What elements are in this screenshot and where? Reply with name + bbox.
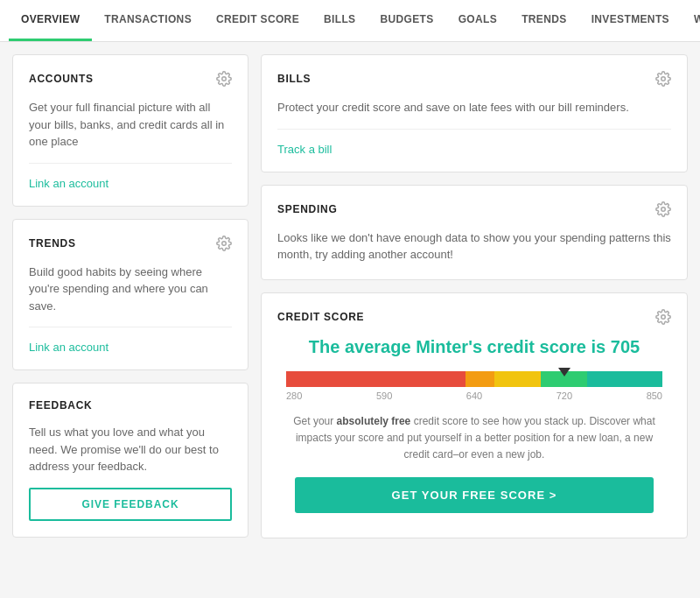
- bar-segment-yellow: [494, 371, 541, 387]
- score-bar: [286, 371, 662, 387]
- bills-link[interactable]: Track a bill: [277, 143, 332, 156]
- accounts-gear-icon[interactable]: [216, 71, 232, 87]
- feedback-card: FEEDBACK Tell us what you love and what …: [12, 383, 248, 538]
- credit-score-title: CREDIT SCORE: [277, 311, 364, 323]
- svg-point-0: [222, 77, 227, 81]
- feedback-title: FEEDBACK: [29, 399, 92, 412]
- nav-item-trends[interactable]: TRENDS: [509, 0, 579, 41]
- credit-desc-pre: Get your: [293, 415, 333, 427]
- spending-card: SPENDING Looks like we don't have enough…: [261, 185, 688, 280]
- score-label-850: 850: [647, 390, 662, 401]
- trends-gear-icon[interactable]: [216, 236, 232, 251]
- score-label-720: 720: [556, 390, 572, 401]
- bills-card: BILLS Protect your credit score and save…: [261, 54, 688, 172]
- credit-score-headline: The average Minter's credit score is 705: [277, 337, 671, 357]
- credit-score-card-header: CREDIT SCORE: [277, 309, 671, 325]
- accounts-title: ACCOUNTS: [29, 73, 94, 85]
- nav-item-investments[interactable]: INVESTMENTS: [579, 0, 682, 41]
- credit-score-card: CREDIT SCORE The average Minter's credit…: [261, 292, 688, 539]
- accounts-divider: [29, 163, 232, 164]
- right-column: BILLS Protect your credit score and save…: [261, 54, 688, 538]
- trends-title: TRENDS: [29, 237, 76, 250]
- nav-item-bills[interactable]: BILLS: [312, 0, 368, 41]
- main-content: ACCOUNTS Get your full financial picture…: [0, 42, 700, 551]
- spending-card-header: SPENDING: [277, 201, 671, 217]
- svg-point-2: [662, 77, 666, 81]
- svg-point-1: [222, 241, 227, 245]
- spending-body: Looks like we don't have enough data to …: [277, 229, 671, 264]
- spending-gear-icon[interactable]: [655, 201, 671, 217]
- nav-item-goals[interactable]: GOALS: [446, 0, 509, 41]
- nav-bar: OVERVIEW TRANSACTIONS CREDIT SCORE BILLS…: [0, 0, 700, 42]
- trends-divider: [29, 327, 232, 327]
- score-label-590: 590: [376, 390, 392, 401]
- left-column: ACCOUNTS Get your full financial picture…: [12, 54, 248, 538]
- bills-body: Protect your credit score and save on la…: [277, 99, 671, 116]
- accounts-card: ACCOUNTS Get your full financial picture…: [12, 54, 248, 207]
- svg-point-3: [662, 207, 666, 211]
- accounts-card-header: ACCOUNTS: [29, 71, 232, 87]
- bills-gear-icon[interactable]: [655, 71, 671, 87]
- bills-title: BILLS: [277, 73, 311, 85]
- nav-item-budgets[interactable]: BUDGETS: [368, 0, 445, 41]
- feedback-body: Tell us what you love and what you need.…: [29, 424, 232, 475]
- score-label-280: 280: [286, 390, 302, 401]
- credit-score-gear-icon[interactable]: [655, 309, 671, 325]
- feedback-card-header: FEEDBACK: [29, 399, 232, 412]
- bills-card-header: BILLS: [277, 71, 671, 87]
- nav-item-credit-score[interactable]: CREDIT SCORE: [204, 0, 312, 41]
- nav-item-ways-to-save[interactable]: WAYS TO SAVE: [682, 0, 700, 41]
- credit-score-headline-pre: The average Minter's credit score is: [309, 337, 606, 356]
- give-feedback-button[interactable]: GIVE FEEDBACK: [29, 488, 232, 521]
- bar-segment-teal: [587, 371, 662, 387]
- credit-score-value: 705: [611, 337, 640, 356]
- trends-body: Build good habits by seeing where you're…: [29, 264, 232, 315]
- bills-divider: [277, 129, 671, 130]
- accounts-link[interactable]: Link an account: [29, 177, 108, 190]
- trends-card-header: TRENDS: [29, 236, 232, 251]
- nav-item-overview[interactable]: OVERVIEW: [9, 0, 92, 41]
- score-notch: [558, 368, 570, 376]
- nav-item-transactions[interactable]: TRANSACTIONS: [92, 0, 204, 41]
- trends-link[interactable]: Link an account: [29, 341, 108, 354]
- bar-segment-green: [541, 371, 587, 387]
- get-free-score-button[interactable]: GET YOUR FREE SCORE >: [295, 477, 654, 513]
- score-bar-container: 280 590 640 720 850: [286, 371, 662, 401]
- credit-desc-bold: absolutely free: [337, 415, 411, 427]
- bar-segment-red: [286, 371, 466, 387]
- spending-title: SPENDING: [277, 203, 337, 215]
- accounts-body: Get your full financial picture with all…: [29, 99, 232, 151]
- svg-point-4: [662, 314, 666, 319]
- credit-score-desc: Get your absolutely free credit score to…: [286, 413, 662, 464]
- score-label-640: 640: [466, 390, 482, 401]
- bar-segment-orange: [466, 371, 494, 387]
- score-labels: 280 590 640 720 850: [286, 390, 662, 401]
- trends-card: TRENDS Build good habits by seeing where…: [12, 219, 248, 371]
